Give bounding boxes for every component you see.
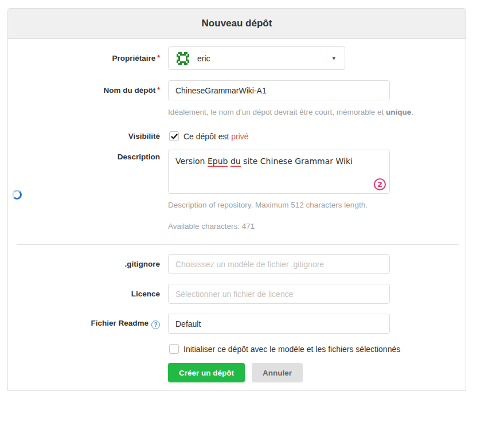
readme-row: Fichier Readme? <box>8 314 466 334</box>
private-checkbox[interactable] <box>169 131 179 141</box>
new-repository-panel: Nouveau dépôt Propriétaire* <box>7 8 466 391</box>
required-asterisk: * <box>157 54 160 62</box>
visibility-checkbox-group: Ce dépôt est privé <box>169 131 249 141</box>
license-label: Licence <box>8 290 160 298</box>
gitignore-label: .gitignore <box>8 260 160 268</box>
create-repository-button[interactable]: Créer un dépôt <box>168 363 245 382</box>
visibility-label: Visibilité <box>8 132 160 140</box>
description-text: Version Epub du site Chinese Grammar Wik… <box>175 156 382 166</box>
spellcheck-underline: du <box>230 157 241 167</box>
new-repository-form: Propriétaire* eric ▾ <box>7 39 466 391</box>
private-highlight: privé <box>231 132 248 141</box>
description-label: Description <box>8 150 160 161</box>
owner-row: Propriétaire* eric ▾ <box>8 46 466 70</box>
available-characters: Available characters: 471 <box>168 222 466 230</box>
help-question-icon[interactable]: ? <box>151 321 160 329</box>
repo-name-row: Nom du dépôt* <box>8 80 466 100</box>
visibility-row: Visibilité Ce dépôt est privé <box>8 131 466 141</box>
description-help: Description of repository. Maximum 512 c… <box>168 201 466 209</box>
license-input[interactable] <box>168 284 390 304</box>
form-actions: Créer un dépôt Annuler <box>168 363 466 382</box>
description-row: Description Version Epub du site Chinese… <box>8 150 466 194</box>
panel-header: Nouveau dépôt <box>7 8 466 39</box>
spellcheck-underline: Epub <box>208 157 228 167</box>
private-checkbox-label[interactable]: Ce dépôt est privé <box>183 132 249 141</box>
required-asterisk: * <box>157 86 160 94</box>
repo-name-input[interactable] <box>168 80 390 100</box>
owner-label: Propriétaire* <box>8 54 160 62</box>
cancel-button[interactable]: Annuler <box>252 363 303 382</box>
init-repo-row: Initialiser ce dépôt avec le modèle et l… <box>169 344 466 354</box>
readme-label: Fichier Readme? <box>8 319 160 329</box>
checkmark-icon <box>171 133 178 140</box>
readme-input[interactable] <box>168 314 390 334</box>
gitignore-input[interactable] <box>168 254 390 274</box>
owner-select[interactable]: eric ▾ <box>168 46 345 70</box>
chevron-down-icon: ▾ <box>332 54 335 61</box>
init-repo-checkbox[interactable] <box>169 344 179 354</box>
gitignore-row: .gitignore <box>8 254 466 274</box>
page-title: Nouveau dépôt <box>202 18 272 29</box>
license-row: Licence <box>8 284 466 304</box>
repo-name-help: Idéalement, le nom d'un dépot devrait êt… <box>168 108 466 116</box>
owner-avatar-identicon <box>177 52 189 65</box>
description-textarea[interactable]: Version Epub du site Chinese Grammar Wik… <box>168 150 390 194</box>
owner-selected-value: eric <box>197 54 210 63</box>
loading-spinner-icon <box>12 190 22 200</box>
repo-name-label: Nom du dépôt* <box>8 86 160 95</box>
init-repo-label[interactable]: Initialiser ce dépôt avec le modèle et l… <box>183 345 400 354</box>
annotation-badge-2: 2 <box>374 178 386 190</box>
section-divider <box>17 244 459 245</box>
